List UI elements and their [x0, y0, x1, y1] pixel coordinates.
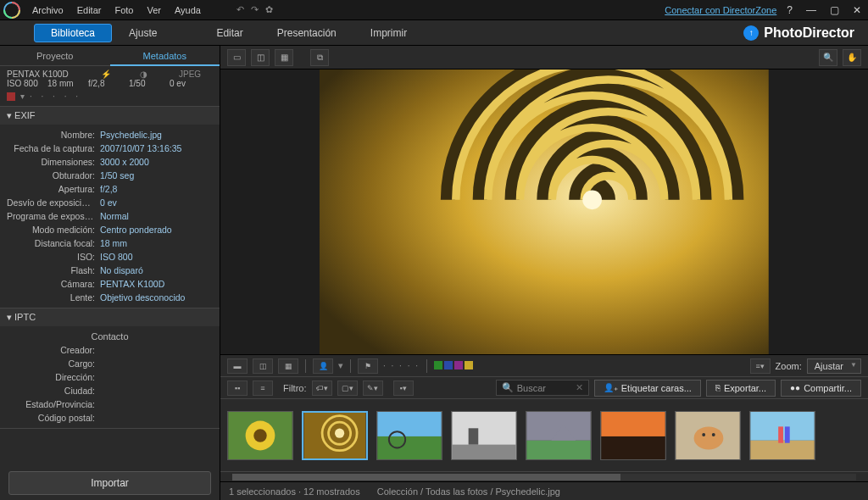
sidebar: Proyecto Metadatos PENTAX K100D ⚡ ◑ JPEG…: [0, 46, 220, 500]
clear-search-icon[interactable]: ✕: [576, 382, 583, 393]
thumbnail[interactable]: [302, 411, 368, 460]
filter-label: Filtro:: [283, 383, 307, 393]
color-filter-chip[interactable]: [434, 361, 442, 369]
mode-biblioteca[interactable]: Biblioteca: [34, 24, 112, 42]
camera-shutter: 1/50: [129, 79, 163, 88]
camera-ev: 0 ev: [170, 79, 203, 88]
exif-value: f/2,8: [100, 183, 213, 195]
svg-rect-18: [526, 440, 590, 458]
raw-icon: ◑: [140, 69, 174, 79]
upload-icon: ↑: [743, 25, 759, 41]
filter-color-icon[interactable]: ▪▾: [393, 381, 414, 396]
iptc-value[interactable]: [100, 358, 213, 369]
face-tag-icon[interactable]: 👤: [313, 358, 333, 374]
iptc-panel-header[interactable]: ▾ IPTC: [0, 308, 220, 326]
filter-brush-icon[interactable]: ✎▾: [363, 381, 383, 396]
undo-icon[interactable]: ↶: [233, 4, 248, 15]
help-icon[interactable]: ?: [783, 4, 796, 16]
mode-editar[interactable]: Editar: [199, 24, 259, 42]
scrollbar-handle[interactable]: [232, 474, 620, 481]
iptc-label: Dirección:: [7, 371, 100, 383]
exif-value: Psychedelic.jpg: [100, 129, 213, 141]
directorzone-link[interactable]: Conectar con DirectorZone: [665, 5, 776, 15]
iptc-value[interactable]: [100, 344, 213, 356]
layout-1-icon[interactable]: ▬: [227, 358, 248, 374]
color-label-swatch[interactable]: [7, 92, 15, 101]
zoom-select[interactable]: Ajustar: [807, 358, 861, 374]
thumb-large-icon[interactable]: ≡: [253, 381, 273, 396]
view-dual-monitor-icon[interactable]: ⧉: [310, 49, 329, 66]
search-input[interactable]: 🔍 Buscar ✕: [496, 380, 589, 396]
svg-point-23: [694, 426, 724, 449]
svg-rect-12: [377, 436, 441, 458]
flash-icon: ⚡: [101, 69, 135, 79]
thumbnail[interactable]: [526, 411, 592, 460]
tab-metadatos[interactable]: Metadatos: [110, 46, 220, 66]
menu-editar[interactable]: Editar: [70, 5, 108, 15]
iptc-row: Código postal:: [7, 411, 213, 425]
iptc-value[interactable]: [100, 371, 213, 383]
minimize-icon[interactable]: —: [803, 4, 820, 16]
redo-icon[interactable]: ↷: [248, 4, 262, 15]
iptc-section-contacto: Contacto: [7, 330, 213, 343]
menu-ver[interactable]: Ver: [140, 5, 168, 15]
mode-imprimir[interactable]: Imprimir: [353, 24, 424, 42]
pan-tool-icon[interactable]: ✋: [843, 49, 861, 66]
thumbnail[interactable]: [451, 411, 517, 460]
color-filter-chip[interactable]: [454, 361, 463, 369]
thumb-small-icon[interactable]: ▪▪: [227, 381, 248, 396]
export-button[interactable]: ⎘Exportar...: [706, 380, 776, 397]
color-filter-chip[interactable]: [465, 361, 473, 369]
mode-ajuste[interactable]: Ajuste: [112, 24, 174, 42]
exif-panel-header[interactable]: ▾ EXIF: [0, 107, 220, 125]
image-preview[interactable]: [220, 69, 868, 354]
thumbnail[interactable]: [227, 411, 293, 460]
exif-row: Fecha de la captura:2007/10/07 13:16:35: [7, 142, 213, 155]
thumbnail[interactable]: [600, 411, 666, 460]
filter-flag-icon[interactable]: ▢▾: [337, 381, 358, 396]
svg-rect-29: [785, 426, 790, 442]
layout-2-icon[interactable]: ◫: [253, 358, 273, 374]
zoom-tool-icon[interactable]: 🔍: [819, 49, 837, 66]
flag-icon[interactable]: ⚑: [358, 358, 378, 374]
iptc-value[interactable]: [100, 398, 213, 410]
tab-proyecto[interactable]: Proyecto: [0, 46, 110, 66]
view-compare-icon[interactable]: ◫: [251, 49, 270, 66]
layout-3-icon[interactable]: ▦: [278, 358, 298, 374]
color-filter-chip[interactable]: [444, 361, 453, 369]
close-icon[interactable]: ✕: [849, 4, 865, 16]
svg-rect-20: [601, 412, 665, 436]
exif-row: Programa de exposi...:Normal: [7, 209, 213, 223]
view-grid-icon[interactable]: ▦: [275, 49, 293, 66]
share-button[interactable]: ●●Compartir...: [781, 380, 861, 397]
import-button[interactable]: Importar: [8, 471, 211, 495]
color-dropdown-icon[interactable]: ▾: [20, 92, 25, 101]
mode-presentacion[interactable]: Presentación: [260, 24, 353, 42]
iptc-label: Ciudad:: [7, 385, 100, 397]
maximize-icon[interactable]: ▢: [826, 4, 843, 16]
thumbnail[interactable]: [376, 411, 442, 460]
filter-bar: ▪▪ ≡ Filtro: 🏷▾ ▢▾ ✎▾ ▪▾ 🔍 Buscar ✕ 👤₊Et…: [220, 376, 868, 398]
rating-filter-dots[interactable]: · · · · ·: [383, 361, 420, 370]
thumbnail[interactable]: [749, 411, 815, 460]
face-dropdown-icon[interactable]: ▾: [338, 360, 343, 371]
view-single-icon[interactable]: ▭: [227, 49, 246, 66]
strip-toolbar: ▬ ◫ ▦ 👤 ▾ ⚑ · · · · · ≡▾ Zoom: Ajustar: [220, 354, 868, 376]
filter-tag-icon[interactable]: 🏷▾: [312, 381, 332, 396]
rating-dots[interactable]: · · · · ·: [30, 92, 81, 101]
exif-value: ISO 800: [100, 251, 213, 263]
tag-faces-button[interactable]: 👤₊Etiquetar caras...: [594, 380, 701, 397]
menu-archivo[interactable]: Archivo: [25, 5, 70, 15]
iptc-value[interactable]: [100, 385, 213, 397]
menu-foto[interactable]: Foto: [108, 5, 140, 15]
thumbnail-scrollbar[interactable]: [220, 471, 868, 481]
thumbnail[interactable]: [675, 411, 741, 460]
exif-value: Normal: [100, 210, 213, 222]
gear-icon[interactable]: ✿: [262, 4, 276, 15]
menu-ayuda[interactable]: Ayuda: [168, 5, 208, 15]
exif-row: ISO:ISO 800: [7, 250, 213, 264]
exif-value: Centro ponderado: [100, 224, 213, 236]
iptc-value[interactable]: [100, 412, 213, 424]
exif-label: Obturador:: [7, 169, 100, 181]
sort-icon[interactable]: ≡▾: [750, 358, 771, 374]
